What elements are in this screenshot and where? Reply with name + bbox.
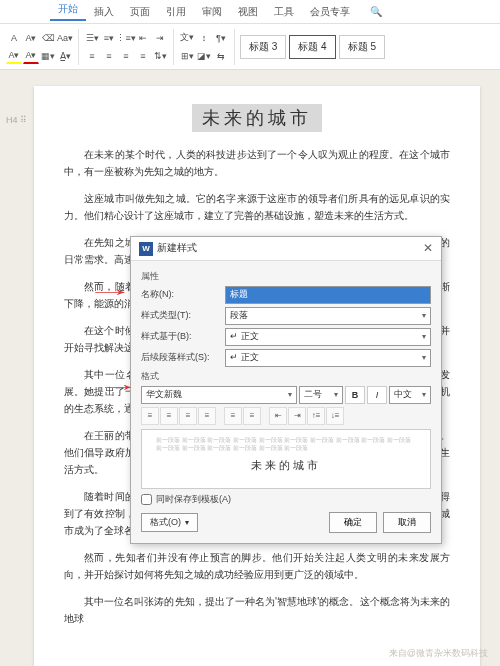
text-direction-icon[interactable]: 文▾ — [179, 30, 195, 46]
annotation-arrow: → — [85, 280, 135, 303]
tab-page[interactable]: 页面 — [122, 5, 158, 19]
clear-format-icon[interactable]: ⌫ — [40, 30, 56, 46]
style-preview: 前一段落 前一段落 前一段落 前一段落 前一段落 前一段落 前一段落 前一段落 … — [141, 429, 431, 489]
align-left-icon[interactable]: ≡ — [84, 48, 100, 64]
name-input[interactable] — [225, 286, 431, 304]
name-label: 名称(N): — [141, 288, 219, 301]
font-color-icon[interactable]: A▾ — [23, 48, 39, 64]
close-icon[interactable]: ✕ — [423, 241, 433, 255]
annotation-arrow: → — [96, 375, 140, 398]
paragraph[interactable]: 其中一位名叫张涛的先知，提出了一种名为'智慧地球'的概念。这个概念将为未来的地球 — [64, 593, 450, 627]
format-dropdown[interactable]: 格式(O) — [141, 513, 198, 532]
new-style-dialog: W新建样式 ✕ 属性 名称(N): 样式类型(T): 段落 样式基于(B): ↵… — [130, 236, 442, 544]
fill-icon[interactable]: ◪▾ — [196, 48, 212, 64]
align-center-icon[interactable]: ≡ — [101, 48, 117, 64]
ok-button[interactable]: 确定 — [329, 512, 377, 533]
tab-vip[interactable]: 会员专享 — [302, 5, 358, 19]
marks-icon[interactable]: ¶▾ — [213, 30, 229, 46]
tab-ref[interactable]: 引用 — [158, 5, 194, 19]
paragraph-toolbar: ≡ ≡ ≡ ≡ ≡ ≡ ⇤ ⇥ ↑≡ ↓≡ — [141, 407, 431, 425]
shading-icon[interactable]: ▦▾ — [40, 48, 56, 64]
save-template-check[interactable] — [141, 494, 152, 505]
paragraph[interactable]: 在未来的某个时代，人类的科技进步达到了一个令人叹为观止的程度。在这个城市中，有一… — [64, 146, 450, 180]
next-select[interactable]: ↵ 正文 — [225, 349, 431, 367]
ribbon-toolbar: A A▾ ⌫ Aa▾ A▾ A▾ ▦▾ A̲▾ ☰▾ ≡▾ ⋮≡▾ ⇤ ⇥ ≡ … — [0, 24, 500, 70]
tab-review[interactable]: 审阅 — [194, 5, 230, 19]
style-heading3[interactable]: 标题 3 — [240, 35, 286, 59]
line-spacing-icon[interactable]: ⇅▾ — [152, 48, 168, 64]
indent-left-icon[interactable]: ⇤ — [135, 30, 151, 46]
align-justify-icon[interactable]: ≡ — [135, 48, 151, 64]
tab-icon[interactable]: ⇆ — [213, 48, 229, 64]
space-before-icon[interactable]: ↑≡ — [307, 407, 325, 425]
indent-dec-icon[interactable]: ⇤ — [269, 407, 287, 425]
font-size-up-icon[interactable]: A — [6, 30, 22, 46]
font-size-down-icon[interactable]: A▾ — [23, 30, 39, 46]
align-right-icon[interactable]: ≡ — [179, 407, 197, 425]
style-heading5[interactable]: 标题 5 — [339, 35, 385, 59]
typography-icon[interactable]: A̲▾ — [57, 48, 73, 64]
cancel-button[interactable]: 取消 — [383, 512, 431, 533]
save-template-checkbox[interactable]: 同时保存到模板(A) — [141, 493, 431, 506]
font-select[interactable]: 华文新魏 — [141, 386, 297, 404]
italic-button[interactable]: I — [367, 386, 387, 404]
based-label: 样式基于(B): — [141, 330, 219, 343]
indent-inc-icon[interactable]: ⇥ — [288, 407, 306, 425]
border-icon[interactable]: ⊞▾ — [179, 48, 195, 64]
document-title[interactable]: 未来的城市 — [192, 104, 322, 132]
style-heading4[interactable]: 标题 4 — [289, 35, 335, 59]
sort-icon[interactable]: ↕ — [196, 30, 212, 46]
numbering-icon[interactable]: ≡▾ — [101, 30, 117, 46]
change-case-icon[interactable]: Aa▾ — [57, 30, 73, 46]
dialog-title-text: 新建样式 — [157, 242, 197, 253]
highlight-icon[interactable]: A▾ — [6, 48, 22, 64]
bold-button[interactable]: B — [345, 386, 365, 404]
based-select[interactable]: ↵ 正文 — [225, 328, 431, 346]
ribbon-tabs: 开始 插入 页面 引用 审阅 视图 工具 会员专享 🔍 — [0, 0, 500, 24]
align-center-icon[interactable]: ≡ — [160, 407, 178, 425]
spacing-icon[interactable]: ≡ — [224, 407, 242, 425]
tab-tools[interactable]: 工具 — [266, 5, 302, 19]
next-label: 后续段落样式(S): — [141, 351, 219, 364]
multilevel-icon[interactable]: ⋮≡▾ — [118, 30, 134, 46]
dialog-titlebar[interactable]: W新建样式 ✕ — [131, 237, 441, 261]
watermark: 来自@微青杂米数码科技 — [389, 647, 488, 660]
preview-title: 未来的城市 — [156, 458, 416, 473]
paragraph[interactable]: 这座城市叫做先知之城。它的名字来源于这座市的领导者们所具有的远见卓识的实力。他们… — [64, 190, 450, 224]
align-right-icon[interactable]: ≡ — [118, 48, 134, 64]
size-select[interactable]: 二号 — [299, 386, 343, 404]
tab-insert[interactable]: 插入 — [86, 5, 122, 19]
spacing-icon[interactable]: ≡ — [243, 407, 261, 425]
section-properties: 属性 — [141, 270, 431, 283]
word-icon: W — [139, 242, 153, 256]
tab-start[interactable]: 开始 — [50, 2, 86, 21]
indent-right-icon[interactable]: ⇥ — [152, 30, 168, 46]
type-select[interactable]: 段落 — [225, 307, 431, 325]
bullets-icon[interactable]: ☰▾ — [84, 30, 100, 46]
space-after-icon[interactable]: ↓≡ — [326, 407, 344, 425]
type-label: 样式类型(T): — [141, 309, 219, 322]
section-format: 格式 — [141, 370, 431, 383]
lang-select[interactable]: 中文 — [389, 386, 431, 404]
align-left-icon[interactable]: ≡ — [141, 407, 159, 425]
tab-view[interactable]: 视图 — [230, 5, 266, 19]
align-justify-icon[interactable]: ≡ — [198, 407, 216, 425]
outline-level-marker: H4 ⠿ — [6, 115, 27, 125]
paragraph[interactable]: 然而，先知者们并没有停止预言的脚步。他们开始关注起人类文明的未来发展方向，并开始… — [64, 549, 450, 583]
search-icon[interactable]: 🔍 — [362, 6, 390, 17]
